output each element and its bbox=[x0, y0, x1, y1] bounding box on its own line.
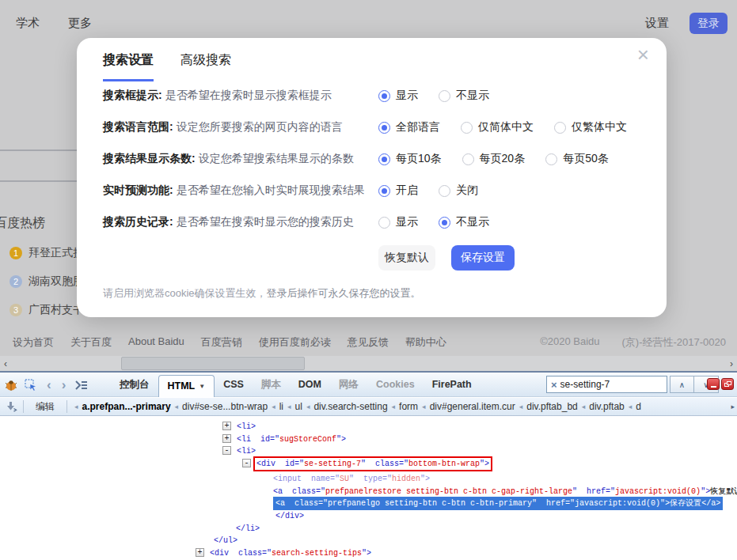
hot-list-item[interactable]: 2湖南双胞胎 bbox=[0, 272, 79, 291]
tree-node-code[interactable]: </ul> bbox=[214, 535, 237, 547]
radio-icon[interactable] bbox=[439, 90, 450, 102]
radio-option[interactable]: 不显示 bbox=[439, 215, 489, 229]
footer-link[interactable]: 帮助中心 bbox=[405, 335, 446, 350]
breadcrumb-item[interactable]: div.pftab bbox=[587, 401, 626, 412]
radio-option[interactable]: 显示 bbox=[378, 89, 418, 103]
tree-expander-icon[interactable]: - bbox=[222, 446, 231, 455]
breadcrumb-item[interactable]: div#general.item.cur bbox=[427, 401, 518, 412]
radio-icon[interactable] bbox=[461, 122, 473, 134]
tree-node-code[interactable]: <div id="se-setting-7" class="bottom-btn… bbox=[253, 456, 492, 471]
radio-selected-icon[interactable] bbox=[378, 185, 390, 197]
tree-row[interactable]: </ul> bbox=[0, 535, 737, 547]
search-prev-icon[interactable]: ∧ bbox=[670, 376, 694, 393]
devtools-tab-脚本[interactable]: 脚本 bbox=[253, 373, 290, 397]
save-settings-button[interactable]: 保存设置 bbox=[451, 245, 515, 271]
radio-option[interactable]: 关闭 bbox=[439, 184, 478, 198]
devtools-tab-控制台[interactable]: 控制台 bbox=[111, 373, 158, 397]
devtools-tab-css[interactable]: CSS bbox=[215, 373, 253, 397]
radio-option[interactable]: 仅繁体中文 bbox=[554, 120, 627, 134]
radio-option[interactable]: 开启 bbox=[378, 184, 418, 198]
radio-option[interactable]: 不显示 bbox=[439, 89, 489, 103]
tree-row[interactable]: +<div class="search-setting-tips"> bbox=[0, 547, 737, 560]
breadcrumb-overflow-icon[interactable]: ▸ bbox=[731, 403, 735, 411]
restore-default-button[interactable]: 恢复默认 bbox=[378, 245, 435, 271]
scroll-left-icon[interactable]: ‹ bbox=[0, 356, 11, 371]
breadcrumb-item[interactable]: div.search-setting bbox=[311, 401, 389, 412]
hot-list-item[interactable]: 1拜登正式接 bbox=[0, 244, 79, 263]
footer-link[interactable]: 意见反馈 bbox=[348, 335, 389, 350]
tree-node-code[interactable]: <div class="search-setting-tips"> bbox=[210, 547, 371, 559]
devtools-tab-cookies[interactable]: Cookies bbox=[367, 373, 424, 397]
devtools-tab-html[interactable]: HTML▼ bbox=[158, 375, 215, 397]
radio-option[interactable]: 每页20条 bbox=[462, 152, 526, 166]
devtools-tab-dom[interactable]: DOM bbox=[290, 373, 330, 397]
command-line-popup-icon[interactable] bbox=[74, 380, 89, 391]
hot-list-item[interactable]: 3广西村支书 bbox=[0, 301, 79, 320]
devtools-search-input[interactable] bbox=[560, 379, 655, 390]
tree-row[interactable]: </div> bbox=[0, 510, 737, 523]
footer-link[interactable]: 百度营销 bbox=[201, 335, 242, 350]
radio-selected-icon[interactable] bbox=[378, 153, 390, 165]
tree-expander-icon[interactable]: + bbox=[196, 548, 204, 557]
tree-expander-icon[interactable]: + bbox=[222, 422, 231, 430]
footer-link[interactable]: About Baidu bbox=[128, 335, 184, 350]
devtools-tab-网络[interactable]: 网络 bbox=[330, 373, 367, 397]
breadcrumb-item[interactable]: d bbox=[633, 401, 644, 412]
forward-icon[interactable]: › bbox=[60, 378, 68, 392]
radio-selected-icon[interactable] bbox=[378, 90, 390, 102]
scroll-into-view-icon[interactable] bbox=[6, 401, 17, 412]
minimize-panel-button[interactable] bbox=[707, 378, 720, 390]
radio-selected-icon[interactable] bbox=[378, 122, 390, 134]
detach-panel-button[interactable] bbox=[721, 378, 734, 390]
breadcrumb-item[interactable]: div#se-se...btn-wrap bbox=[180, 401, 270, 412]
radio-selected-icon[interactable] bbox=[439, 217, 450, 229]
radio-option[interactable]: 每页10条 bbox=[378, 152, 442, 166]
tree-node-code[interactable]: <li> bbox=[237, 421, 256, 433]
radio-option[interactable]: 显示 bbox=[378, 215, 418, 229]
tree-node-code[interactable]: <a class="prefpanelgo setting-btn c-btn … bbox=[273, 497, 723, 510]
footer-link[interactable]: 设为首页 bbox=[13, 335, 54, 350]
settings-link[interactable]: 设置 bbox=[645, 16, 669, 31]
radio-icon[interactable] bbox=[554, 122, 566, 134]
tree-row[interactable]: +<li> bbox=[0, 421, 737, 433]
radio-icon[interactable] bbox=[462, 153, 474, 165]
nav-item[interactable]: 更多 bbox=[68, 16, 92, 31]
search-clear-icon[interactable]: × bbox=[547, 379, 560, 391]
edit-button[interactable]: 编辑 bbox=[29, 400, 61, 414]
close-icon[interactable]: × bbox=[637, 44, 649, 65]
tree-node-code[interactable]: </li> bbox=[236, 523, 260, 535]
tree-row[interactable]: <a class="prefpanelrestore setting-btn c… bbox=[0, 486, 737, 498]
tree-row[interactable]: -<div id="se-setting-7" class="bottom-bt… bbox=[0, 458, 737, 471]
scrollbar-thumb[interactable] bbox=[121, 357, 305, 370]
devtools-tab-firepath[interactable]: FirePath bbox=[424, 373, 481, 397]
breadcrumb-item[interactable]: ul bbox=[293, 401, 305, 412]
dialog-tab-active[interactable]: 搜索设置 bbox=[103, 52, 154, 81]
tree-node-code[interactable]: <input name="SU" type="hidden"> bbox=[273, 473, 430, 485]
horizontal-scrollbar[interactable]: ‹ › bbox=[0, 356, 737, 371]
tree-row[interactable]: +<li id="sugStoreConf"> bbox=[0, 433, 737, 446]
dialog-tab-inactive[interactable]: 高级搜索 bbox=[180, 52, 231, 81]
radio-option[interactable]: 每页50条 bbox=[545, 152, 609, 166]
breadcrumb-item[interactable]: a.prefpan...-primary bbox=[80, 401, 173, 412]
inspect-element-icon[interactable] bbox=[25, 379, 38, 392]
firebug-icon[interactable] bbox=[5, 379, 17, 392]
footer-link[interactable]: 使用百度前必读 bbox=[259, 335, 331, 350]
breadcrumb-item[interactable]: div.pftab_bd bbox=[524, 401, 580, 412]
tree-node-code[interactable]: <li id="sugStoreConf"> bbox=[237, 433, 346, 445]
footer-link[interactable]: 关于百度 bbox=[70, 335, 112, 350]
radio-option[interactable]: 全部语言 bbox=[378, 120, 440, 134]
scroll-right-icon[interactable]: › bbox=[726, 356, 737, 371]
radio-icon[interactable] bbox=[378, 217, 390, 229]
breadcrumb-item[interactable]: form bbox=[397, 401, 420, 412]
tree-expander-icon[interactable]: + bbox=[222, 434, 231, 443]
radio-icon[interactable] bbox=[439, 185, 450, 197]
login-button[interactable]: 登录 bbox=[690, 13, 728, 34]
tree-expander-icon[interactable]: - bbox=[242, 459, 251, 467]
radio-icon[interactable] bbox=[545, 153, 557, 165]
tree-row[interactable]: <a class="prefpanelgo setting-btn c-btn … bbox=[0, 498, 737, 510]
tree-node-code[interactable]: <a class="prefpanelrestore setting-btn c… bbox=[273, 486, 737, 498]
tree-row[interactable]: <input name="SU" type="hidden"> bbox=[0, 473, 737, 486]
tree-row[interactable]: </li> bbox=[0, 523, 737, 535]
nav-item[interactable]: 学术 bbox=[16, 16, 40, 31]
tree-node-code[interactable]: </div> bbox=[275, 510, 304, 522]
